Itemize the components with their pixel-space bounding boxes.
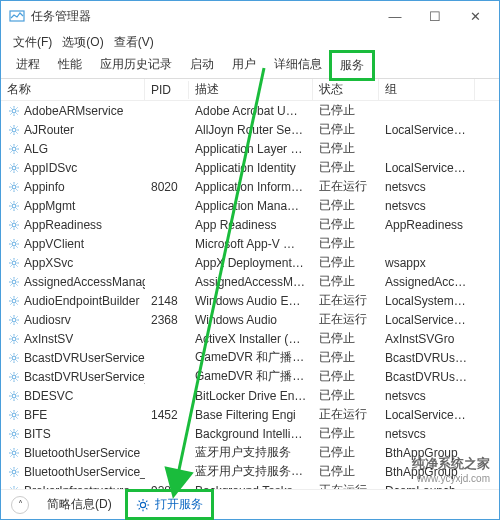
table-row[interactable]: AppIDSvcApplication Identity已停止LocalServ… (1, 158, 499, 177)
service-group: LocalService… (379, 161, 475, 175)
table-row[interactable]: AJRouterAllJoyn Router Ser…已停止LocalServi… (1, 120, 499, 139)
service-group: netsvcs (379, 180, 475, 194)
svg-point-12 (12, 318, 16, 322)
svg-point-9 (12, 261, 16, 265)
tab-3[interactable]: 启动 (181, 51, 223, 78)
table-row[interactable]: AdobeARMserviceAdobe Acrobat U…已停止 (1, 101, 499, 120)
service-status: 正在运行 (313, 482, 379, 489)
service-desc: Application Mana… (189, 199, 313, 213)
gear-icon (7, 351, 21, 365)
gear-icon (7, 332, 21, 346)
service-desc: Adobe Acrobat U… (189, 104, 313, 118)
service-name: BcastDVRUserService (24, 351, 145, 365)
service-status: 已停止 (313, 159, 379, 176)
svg-point-18 (12, 432, 16, 436)
service-group: LocalService… (379, 313, 475, 327)
table-row[interactable]: Audiosrv2368Windows Audio正在运行LocalServic… (1, 310, 499, 329)
tab-1[interactable]: 性能 (49, 51, 91, 78)
service-list[interactable]: AdobeARMserviceAdobe Acrobat U…已停止AJRout… (1, 101, 499, 489)
service-desc: Base Filtering Engi (189, 408, 313, 422)
svg-rect-0 (10, 11, 24, 21)
chevron-up-icon[interactable]: ˄ (11, 496, 29, 514)
svg-point-8 (12, 242, 16, 246)
menu-options[interactable]: 选项(O) (58, 32, 107, 53)
service-name: BITS (24, 427, 51, 441)
service-status: 已停止 (313, 254, 379, 271)
service-status: 已停止 (313, 216, 379, 233)
gear-icon (7, 313, 21, 327)
service-pid: 2148 (145, 294, 189, 308)
service-status: 正在运行 (313, 292, 379, 309)
service-status: 已停止 (313, 140, 379, 157)
maximize-button[interactable]: ☐ (415, 2, 455, 30)
tab-2[interactable]: 应用历史记录 (91, 51, 181, 78)
service-name: AudioEndpointBuilder (24, 294, 139, 308)
menu-view[interactable]: 查看(V) (110, 32, 158, 53)
service-group: wsappx (379, 256, 475, 270)
service-name: AppMgmt (24, 199, 75, 213)
service-desc: Application Inform… (189, 180, 313, 194)
svg-point-17 (12, 413, 16, 417)
window-title: 任务管理器 (31, 8, 91, 25)
table-row[interactable]: BFE1452Base Filtering Engi正在运行LocalServi… (1, 405, 499, 424)
service-status: 正在运行 (313, 311, 379, 328)
gear-icon (7, 294, 21, 308)
table-row[interactable]: AxInstSVActiveX Installer (A…已停止AxInstSV… (1, 329, 499, 348)
table-row[interactable]: ALGApplication Layer …已停止 (1, 139, 499, 158)
task-manager-window: 任务管理器 — ☐ ✕ 文件(F) 选项(O) 查看(V) 进程性能应用历史记录… (0, 0, 500, 520)
service-desc: BitLocker Drive En… (189, 389, 313, 403)
gear-icon (136, 498, 150, 512)
service-desc: ActiveX Installer (A… (189, 332, 313, 346)
table-row[interactable]: AppMgmtApplication Mana…已停止netsvcs (1, 196, 499, 215)
header-status[interactable]: 状态 (313, 79, 379, 100)
menu-file[interactable]: 文件(F) (9, 32, 56, 53)
service-name: BluetoothUserService (24, 446, 140, 460)
header-pid[interactable]: PID (145, 81, 189, 99)
table-row[interactable]: AssignedAccessManagerAssignedAccessM…已停止… (1, 272, 499, 291)
tab-0[interactable]: 进程 (7, 51, 49, 78)
header-name[interactable]: 名称 (1, 79, 145, 100)
gear-icon (7, 142, 21, 156)
service-status: 已停止 (313, 368, 379, 385)
gear-icon (7, 408, 21, 422)
table-row[interactable]: AppReadinessApp Readiness已停止AppReadiness (1, 215, 499, 234)
service-group: AxInstSVGro (379, 332, 475, 346)
service-desc: App Readiness (189, 218, 313, 232)
table-row[interactable]: BcastDVRUserService_44GameDVR 和广播…已停止Bca… (1, 367, 499, 386)
table-row[interactable]: BDESVCBitLocker Drive En…已停止netsvcs (1, 386, 499, 405)
table-row[interactable]: AudioEndpointBuilder2148Windows Audio E…… (1, 291, 499, 310)
service-status: 已停止 (313, 463, 379, 480)
service-name: Appinfo (24, 180, 65, 194)
service-desc: AssignedAccessM… (189, 275, 313, 289)
svg-point-5 (12, 185, 16, 189)
tab-6[interactable]: 服务 (331, 52, 373, 79)
service-desc: Application Identity (189, 161, 313, 175)
minimize-button[interactable]: — (375, 2, 415, 30)
table-row[interactable]: AppVClientMicrosoft App-V …已停止 (1, 234, 499, 253)
table-row[interactable]: BrokerInfrastructure928Background Tasks…… (1, 481, 499, 489)
gear-icon (7, 104, 21, 118)
table-row[interactable]: Appinfo8020Application Inform…正在运行netsvc… (1, 177, 499, 196)
menu-bar: 文件(F) 选项(O) 查看(V) (1, 31, 499, 53)
service-desc: Windows Audio (189, 313, 313, 327)
svg-point-14 (12, 356, 16, 360)
service-status: 已停止 (313, 330, 379, 347)
header-description[interactable]: 描述 (189, 79, 313, 100)
svg-point-19 (12, 451, 16, 455)
service-pid: 1452 (145, 408, 189, 422)
brief-info-button[interactable]: 简略信息(D) (47, 496, 112, 513)
service-name: AppXSvc (24, 256, 73, 270)
svg-point-16 (12, 394, 16, 398)
column-headers: 名称 PID 描述 状态 组 (1, 79, 499, 101)
table-row[interactable]: BcastDVRUserServiceGameDVR 和广播…已停止BcastD… (1, 348, 499, 367)
service-group: AssignedAcc… (379, 275, 475, 289)
open-services-link[interactable]: 打开服务 (130, 494, 209, 515)
tab-5[interactable]: 详细信息 (265, 51, 331, 78)
table-row[interactable]: BITSBackground Intelli…已停止netsvcs (1, 424, 499, 443)
close-button[interactable]: ✕ (455, 2, 495, 30)
table-row[interactable]: BluetoothUserService蓝牙用户支持服务已停止BthAppGro… (1, 443, 499, 462)
table-row[interactable]: BluetoothUserService_44蓝牙用户支持服务_4…已停止Bth… (1, 462, 499, 481)
table-row[interactable]: AppXSvcAppX Deployment…已停止wsappx (1, 253, 499, 272)
header-group[interactable]: 组 (379, 79, 475, 100)
tab-4[interactable]: 用户 (223, 51, 265, 78)
